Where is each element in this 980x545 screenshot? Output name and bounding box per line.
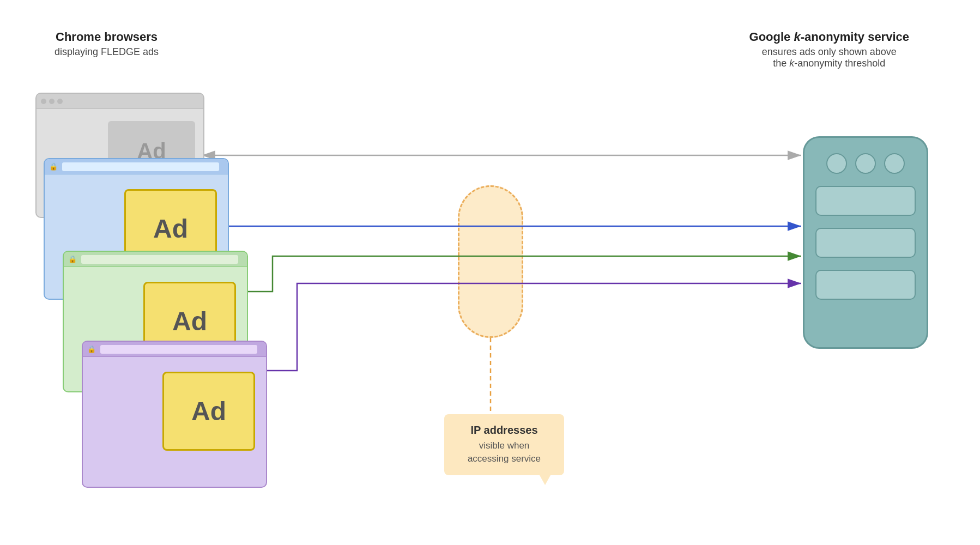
green-arrow-out — [248, 256, 801, 292]
ip-subtitle: visible whenaccessing service — [455, 439, 553, 465]
purple-ad-label: Ad — [191, 396, 226, 426]
browser-purple: 🔒 Ad — [82, 341, 267, 488]
right-subtitle-line2-prefix: the — [773, 58, 789, 69]
left-title: Chrome browsers — [55, 30, 159, 44]
url-bar-blue — [62, 162, 219, 171]
header-right: Google k-anonymity service ensures ads o… — [749, 30, 909, 69]
right-title-suffix: -anonymity service — [801, 30, 909, 44]
browser-purple-titlebar: 🔒 — [83, 342, 266, 357]
green-ad-label: Ad — [172, 306, 207, 336]
right-title-italic: k — [794, 30, 800, 44]
ip-title: IP addresses — [455, 424, 553, 437]
right-subtitle-line2-italic: k — [789, 58, 794, 69]
server-slot-3 — [815, 270, 916, 300]
lock-icon: 🔒 — [49, 162, 58, 171]
purple-arrow-out — [267, 283, 801, 371]
url-bar-green — [81, 255, 238, 264]
right-subtitle: ensures ads only shown above the k-anony… — [749, 46, 909, 69]
server-circle — [855, 153, 876, 174]
titlebar-dot — [49, 99, 55, 104]
server — [803, 136, 928, 349]
titlebar-dot — [41, 99, 46, 104]
server-circles — [804, 153, 927, 174]
lock-icon: 🔒 — [87, 345, 96, 353]
right-title-prefix: Google — [749, 30, 794, 44]
right-title: Google k-anonymity service — [749, 30, 909, 44]
server-circle — [884, 153, 905, 174]
browser-gray-titlebar — [37, 94, 203, 109]
ip-blob — [458, 185, 523, 338]
server-slot-2 — [815, 228, 916, 258]
right-subtitle-line1: ensures ads only shown above — [762, 46, 897, 57]
browser-blue-titlebar: 🔒 — [45, 159, 228, 174]
server-slot-1 — [815, 186, 916, 216]
lock-icon: 🔒 — [68, 255, 77, 263]
right-subtitle-line2-suffix: -anonymity threshold — [794, 58, 885, 69]
header-left: Chrome browsers displaying FLEDGE ads — [55, 30, 159, 58]
left-subtitle: displaying FLEDGE ads — [55, 46, 159, 58]
browser-green-titlebar: 🔒 — [64, 252, 247, 267]
diagram-container: Chrome browsers displaying FLEDGE ads Go… — [0, 0, 980, 545]
server-circle — [826, 153, 847, 174]
purple-ad-box: Ad — [162, 372, 255, 451]
url-bar-purple — [100, 345, 257, 354]
titlebar-dot — [57, 99, 63, 104]
blue-ad-label: Ad — [153, 214, 188, 244]
ip-label-box: IP addresses visible whenaccessing servi… — [444, 414, 564, 475]
